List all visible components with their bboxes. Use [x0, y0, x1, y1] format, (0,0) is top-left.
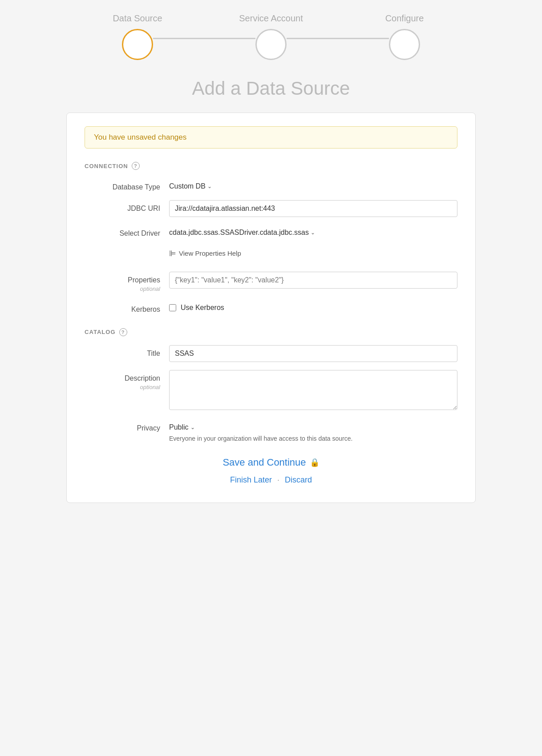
step-line-1 [153, 38, 255, 39]
step-label-configure: Configure [385, 13, 424, 24]
jdbc-uri-label: JDBC URI [85, 200, 169, 213]
page-title: Add a Data Source [192, 78, 350, 99]
save-continue-button[interactable]: Save and Continue 🔒 [222, 457, 319, 468]
view-properties-control: ⊫ View Properties Help [169, 247, 457, 264]
connection-section-header: CONNECTION ? [85, 162, 457, 170]
step-label-data-source: Data Source [113, 13, 162, 24]
kerberos-label: Kerberos [85, 301, 169, 314]
step-circle-service-account [255, 29, 287, 60]
description-row: Description optional [85, 370, 457, 412]
connection-help-icon[interactable]: ? [132, 162, 140, 170]
step-data-source[interactable]: Data Source [71, 13, 204, 60]
database-type-label: Database Type [85, 179, 169, 192]
properties-label: Properties optional [85, 272, 169, 294]
properties-input[interactable] [169, 272, 457, 289]
step-service-account[interactable]: Service Account [204, 13, 338, 60]
jdbc-uri-control [169, 200, 457, 217]
database-type-row: Database Type Custom DB ⌄ [85, 179, 457, 192]
discard-button[interactable]: Discard [285, 475, 312, 485]
save-continue-label: Save and Continue [222, 457, 306, 468]
description-label: Description optional [85, 370, 169, 392]
jdbc-uri-row: JDBC URI [85, 200, 457, 217]
step-line-2 [287, 38, 389, 39]
select-driver-value: cdata.jdbc.ssas.SSASDriver.cdata.jdbc.ss… [169, 229, 309, 237]
stepper: Data Source Service Account Configure [71, 13, 471, 60]
privacy-control: Public ⌄ Everyone in your organization w… [169, 420, 457, 443]
description-textarea[interactable] [169, 370, 457, 410]
step-circle-data-source [122, 29, 153, 60]
database-type-chevron-icon: ⌄ [207, 183, 212, 189]
view-properties-spacer [85, 247, 169, 250]
lock-icon: 🔒 [310, 458, 320, 467]
connection-section-label: CONNECTION [85, 163, 128, 169]
secondary-actions: Finish Later · Discard [230, 475, 312, 485]
privacy-select[interactable]: Public ⌄ [169, 420, 195, 431]
catalog-title-label: Title [85, 345, 169, 358]
description-control [169, 370, 457, 412]
step-circle-configure [389, 29, 420, 60]
description-optional: optional [85, 383, 160, 391]
database-type-control: Custom DB ⌄ [169, 179, 457, 190]
properties-row: Properties optional [85, 272, 457, 294]
unsaved-banner: You have unsaved changes [85, 126, 457, 149]
kerberos-checkbox-label: Use Kerberos [181, 304, 224, 312]
unsaved-banner-text: You have unsaved changes [94, 133, 186, 141]
jdbc-uri-input[interactable] [169, 200, 457, 217]
kerberos-control: Use Kerberos [169, 301, 457, 312]
privacy-description: Everyone in your organization will have … [169, 434, 457, 443]
finish-later-button[interactable]: Finish Later [230, 475, 272, 485]
kerberos-checkbox-row: Use Kerberos [169, 301, 457, 312]
database-type-select[interactable]: Custom DB ⌄ [169, 179, 212, 190]
catalog-help-icon[interactable]: ? [119, 328, 127, 336]
catalog-title-row: Title [85, 345, 457, 362]
catalog-title-control [169, 345, 457, 362]
select-driver-select[interactable]: cdata.jdbc.ssas.SSASDriver.cdata.jdbc.ss… [169, 225, 315, 237]
kerberos-row: Kerberos Use Kerberos [85, 301, 457, 314]
kerberos-checkbox[interactable] [169, 304, 176, 311]
properties-control [169, 272, 457, 289]
step-configure[interactable]: Configure [338, 13, 471, 60]
catalog-title-input[interactable] [169, 345, 457, 362]
catalog-section-header: CATALOG ? [85, 328, 457, 336]
actions-container: Save and Continue 🔒 Finish Later · Disca… [85, 457, 457, 485]
select-driver-label: Select Driver [85, 225, 169, 238]
select-driver-row: Select Driver cdata.jdbc.ssas.SSASDriver… [85, 225, 457, 238]
select-driver-chevron-icon: ⌄ [311, 229, 315, 236]
privacy-chevron-icon: ⌄ [190, 424, 195, 430]
properties-optional: optional [85, 285, 160, 293]
step-label-service-account: Service Account [239, 13, 303, 24]
catalog-section-label: CATALOG [85, 329, 116, 335]
view-properties-help-link[interactable]: ⊫ View Properties Help [169, 247, 457, 258]
download-icon: ⊫ [169, 249, 176, 258]
privacy-value: Public [169, 423, 189, 431]
view-properties-help-text: View Properties Help [179, 249, 241, 257]
main-card: You have unsaved changes CONNECTION ? Da… [66, 113, 476, 503]
privacy-label: Privacy [85, 420, 169, 433]
view-properties-row: ⊫ View Properties Help [85, 247, 457, 264]
database-type-value: Custom DB [169, 182, 206, 190]
select-driver-control: cdata.jdbc.ssas.SSASDriver.cdata.jdbc.ss… [169, 225, 457, 237]
privacy-row: Privacy Public ⌄ Everyone in your organi… [85, 420, 457, 443]
dot-separator: · [277, 475, 279, 485]
